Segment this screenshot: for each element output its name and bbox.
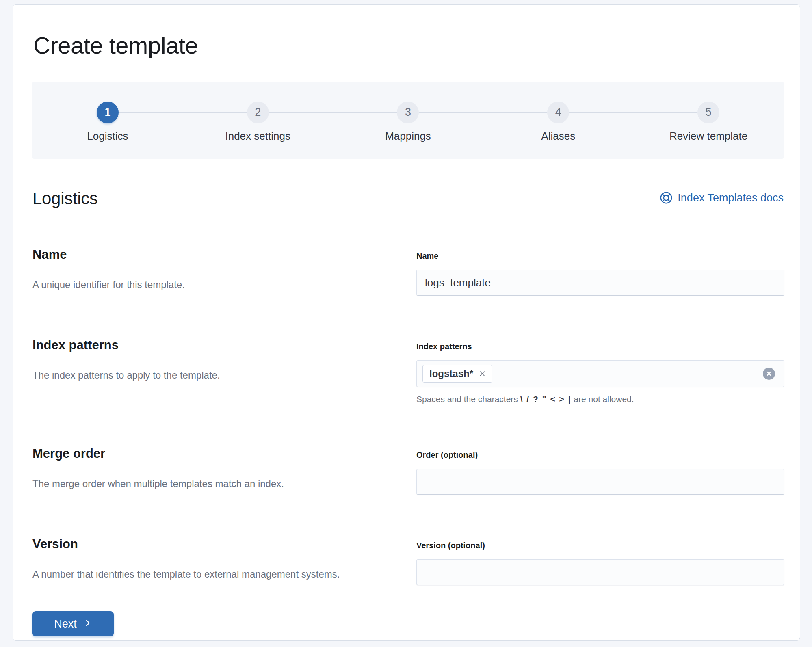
step-label: Review template: [669, 130, 747, 143]
merge-order-row-description: The merge order when multiple templates …: [32, 476, 382, 491]
forbidden-characters: \ / ? " < > |: [520, 394, 572, 404]
index-templates-docs-link[interactable]: Index Templates docs: [660, 191, 784, 204]
index-pattern-pill-label: logstash*: [429, 368, 473, 379]
form-row-name: Name A unique identifier for this templa…: [32, 247, 784, 296]
step-label: Mappings: [385, 130, 431, 143]
next-button[interactable]: Next: [32, 611, 114, 636]
next-button-label: Next: [54, 618, 77, 630]
name-row-heading: Name: [32, 247, 382, 262]
page-title: Create template: [33, 32, 784, 59]
step-number-badge: 3: [397, 102, 419, 123]
name-description-column: Name A unique identifier for this templa…: [32, 247, 382, 296]
help-text-suffix: are not allowed.: [572, 394, 634, 404]
form-row-index-patterns: Index patterns The index patterns to app…: [32, 338, 784, 404]
index-patterns-help-text: Spaces and the characters \ / ? " < > | …: [416, 394, 784, 404]
help-text-prefix: Spaces and the characters: [416, 394, 520, 404]
wizard-stepper: 1 Logistics 2 Index settings 3 Mappings …: [32, 82, 784, 159]
docs-link-label: Index Templates docs: [678, 192, 784, 204]
step-label: Aliases: [541, 130, 575, 143]
step-connector-line: [419, 112, 547, 113]
step-logistics[interactable]: 1 Logistics: [32, 102, 183, 143]
step-number-badge: 4: [547, 102, 569, 123]
name-field-label: Name: [416, 251, 784, 261]
index-patterns-row-description: The index patterns to apply to the templ…: [32, 368, 382, 383]
merge-order-field-column: Order (optional): [416, 446, 784, 495]
clear-combo-icon[interactable]: [763, 368, 775, 380]
order-input[interactable]: [416, 469, 784, 495]
remove-pattern-icon[interactable]: [478, 370, 486, 378]
version-input[interactable]: [416, 559, 784, 585]
version-row-heading: Version: [32, 537, 382, 552]
name-input[interactable]: [416, 270, 784, 296]
step-connector-line: [269, 112, 397, 113]
version-field-column: Version (optional): [416, 537, 784, 585]
version-field-label: Version (optional): [416, 541, 784, 550]
index-patterns-description-column: Index patterns The index patterns to app…: [32, 338, 382, 404]
step-index-settings[interactable]: 2 Index settings: [183, 102, 333, 143]
chevron-right-icon: [83, 618, 92, 630]
section-header: Logistics Index Templates docs: [32, 189, 784, 208]
create-template-panel: Create template 1 Logistics 2 Index sett…: [13, 4, 800, 641]
index-pattern-pill: logstash*: [422, 365, 492, 383]
step-label: Index settings: [225, 130, 290, 143]
merge-order-row-heading: Merge order: [32, 446, 382, 461]
step-number-badge: 5: [697, 102, 719, 123]
merge-order-description-column: Merge order The merge order when multipl…: [32, 446, 382, 495]
step-connector-line: [119, 112, 247, 113]
step-label: Logistics: [87, 130, 128, 143]
form-row-merge-order: Merge order The merge order when multipl…: [32, 446, 784, 495]
index-patterns-combo-box[interactable]: logstash*: [416, 360, 784, 387]
step-mappings[interactable]: 3 Mappings: [333, 102, 483, 143]
form-row-version: Version A number that identifies the tem…: [32, 537, 784, 585]
index-patterns-row-heading: Index patterns: [32, 338, 382, 353]
step-aliases[interactable]: 4 Aliases: [483, 102, 633, 143]
step-review-template[interactable]: 5 Review template: [633, 102, 784, 143]
section-title: Logistics: [32, 189, 98, 208]
name-field-column: Name: [416, 247, 784, 296]
help-life-ring-icon: [660, 191, 673, 204]
name-row-description: A unique identifier for this template.: [32, 277, 382, 292]
index-patterns-field-label: Index patterns: [416, 342, 784, 351]
step-number-badge: 2: [247, 102, 269, 123]
version-row-description: A number that identifies the template to…: [32, 567, 382, 582]
index-patterns-field-column: Index patterns logstash* Spaces and: [416, 338, 784, 404]
order-field-label: Order (optional): [416, 450, 784, 460]
step-number-badge: 1: [97, 102, 119, 123]
version-description-column: Version A number that identifies the tem…: [32, 537, 382, 585]
step-connector-line: [569, 112, 697, 113]
